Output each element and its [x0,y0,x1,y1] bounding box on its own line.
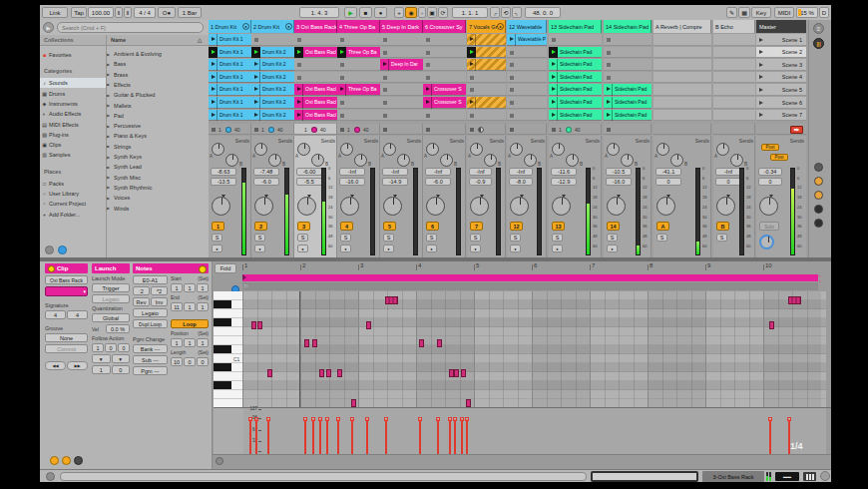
velocity-marker[interactable] [248,417,252,421]
velocity-marker[interactable] [384,417,388,421]
velocity-marker[interactable] [787,417,791,421]
piano-key[interactable] [214,327,243,336]
piano-key[interactable] [214,390,243,399]
piano-key[interactable] [214,318,243,327]
midi-note[interactable] [319,369,324,377]
velocity-stem[interactable] [319,419,321,454]
black-key[interactable] [214,363,231,371]
velocity-marker[interactable] [336,417,340,421]
velocity-stem[interactable] [454,419,456,454]
midi-note[interactable] [304,339,309,347]
loop-end-arrow-bottom[interactable]: ‹ [819,277,827,283]
velocity-stem[interactable] [326,419,328,454]
piano-key[interactable] [214,291,243,300]
midi-note[interactable] [312,339,317,347]
black-key[interactable] [214,318,231,326]
velocity-stem[interactable] [255,419,257,454]
velocity-marker[interactable] [465,417,469,421]
ableton-live-window: Link Tap 100.00 ‖ ‖ 4 / 4 O● 1 Bar 1. 4.… [40,5,831,482]
velocity-marker[interactable] [303,417,307,421]
black-key[interactable] [214,345,231,353]
midi-note[interactable] [461,369,466,377]
lane-options-icon[interactable] [216,457,223,465]
midi-note[interactable] [385,296,398,304]
velocity-lane-left [214,408,243,454]
midi-note[interactable] [351,399,356,407]
loop-start-marker[interactable] [242,274,246,280]
velocity-stem[interactable] [337,419,339,454]
velocity-marker[interactable] [460,417,464,421]
midi-note[interactable] [454,369,459,377]
ruler-bar-number[interactable]: 2 [302,262,316,270]
piano-key[interactable] [214,336,243,345]
ruler-bar-number[interactable]: 4 [418,262,432,270]
ruler-bar-number[interactable]: 5 [476,262,490,270]
midi-note[interactable] [257,321,262,329]
velocity-marker[interactable] [418,417,422,421]
velocity-stem[interactable] [351,419,353,454]
velocity-marker[interactable] [318,417,322,421]
velocity-stem[interactable] [466,419,468,454]
fold-button[interactable]: Fold [215,263,236,273]
velocity-stem[interactable] [366,419,368,454]
ruler-tick [648,264,649,270]
velocity-stem[interactable] [304,419,306,454]
ruler-bar-number[interactable]: 6 [534,262,548,270]
clip-overview[interactable] [591,471,698,482]
velocity-stem[interactable] [449,419,451,454]
velocity-marker[interactable] [436,417,440,421]
midi-note[interactable] [437,339,442,347]
ruler-bar-number[interactable]: 3 [360,262,374,270]
ruler-bar-number[interactable]: 1 [244,262,258,270]
midi-note[interactable] [326,369,331,377]
velocity-stem[interactable] [769,419,771,454]
piano-key[interactable] [214,363,243,372]
midi-monitor-display: ▬▬ [775,472,799,481]
piano-key[interactable] [214,345,243,354]
velocity-stem[interactable] [419,419,421,454]
piano-key[interactable]: C1 [214,354,243,363]
velocity-stem[interactable] [461,419,463,454]
velocity-marker[interactable] [311,417,315,421]
velocity-scale-tick [258,418,261,419]
midi-note[interactable] [788,296,801,304]
midi-note[interactable] [337,369,342,377]
velocity-stem[interactable] [249,419,251,454]
ruler-bar-number[interactable]: 7 [592,262,606,270]
scrub-area[interactable] [242,282,818,290]
midi-note[interactable] [366,321,371,329]
midi-note[interactable] [769,321,774,329]
velocity-marker[interactable] [453,417,457,421]
velocity-stem[interactable] [437,419,439,454]
piano-key[interactable] [214,381,243,390]
velocity-stem[interactable] [385,419,387,454]
show-info-icon[interactable] [46,472,55,481]
midi-note[interactable] [267,369,272,377]
insert-marker[interactable] [299,291,300,407]
ruler-bar-number[interactable]: 10 [765,262,779,270]
midi-note[interactable] [466,399,471,407]
piano-key[interactable] [214,309,243,318]
beat-gridline [518,291,519,407]
velocity-marker[interactable] [350,417,354,421]
velocity-marker[interactable] [768,417,772,421]
black-key[interactable] [214,381,231,389]
black-key[interactable] [214,300,231,308]
velocity-stem[interactable] [312,419,314,454]
piano-key[interactable] [214,300,243,309]
loop-region-bar[interactable] [242,274,818,281]
midi-note[interactable] [251,321,256,329]
midi-note[interactable] [419,339,424,347]
velocity-marker[interactable] [325,417,329,421]
beat-gridline [778,291,779,407]
ruler-bar-number[interactable]: 8 [650,262,663,270]
piano-key[interactable] [214,372,243,381]
keyboard-icon[interactable] [803,472,816,481]
velocity-marker[interactable] [266,417,270,421]
velocity-marker[interactable] [365,417,369,421]
velocity-marker[interactable] [448,417,452,421]
velocity-marker[interactable] [254,417,258,421]
ruler-bar-number[interactable]: 9 [707,262,721,270]
velocity-lane[interactable] [243,408,826,454]
velocity-stem[interactable] [267,419,269,454]
